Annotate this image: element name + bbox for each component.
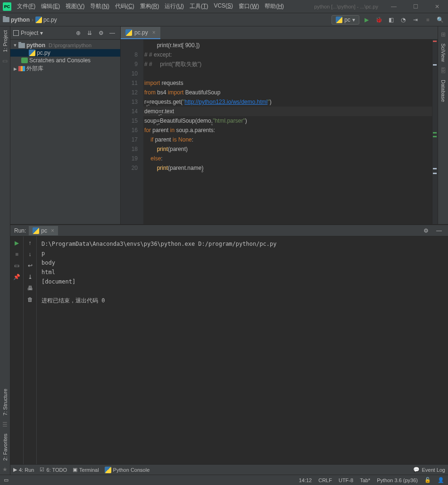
up-icon[interactable]: ↑ bbox=[25, 238, 35, 248]
warning-marker[interactable] bbox=[433, 173, 437, 174]
gutter-line[interactable]: 15 bbox=[121, 116, 138, 125]
settings-icon[interactable]: ⚙ bbox=[421, 226, 431, 236]
menu-item[interactable]: 视图(V) bbox=[63, 0, 87, 12]
stop-run-button[interactable]: ■ bbox=[12, 250, 22, 259]
menu-item[interactable]: 代码(C) bbox=[112, 0, 137, 12]
code-text[interactable]: print(r.text[ 900.])# # except:# # print… bbox=[143, 40, 432, 224]
breadcrumb-file[interactable]: pc.py bbox=[35, 17, 57, 23]
code-line[interactable]: r=requests.get("http://python123.io/ws/d… bbox=[143, 97, 432, 107]
gutter-line[interactable]: 11 bbox=[121, 78, 138, 88]
gutter-line[interactable]: 18 bbox=[121, 144, 138, 154]
menu-item[interactable]: 导航(N) bbox=[87, 0, 112, 12]
event-log-button[interactable]: 💬Event Log bbox=[413, 467, 445, 473]
minimize-button[interactable]: — bbox=[383, 0, 405, 13]
bottom-run-tab[interactable]: ▶4: Run bbox=[13, 467, 34, 473]
gutter-line[interactable]: 10 bbox=[121, 69, 138, 78]
down-icon[interactable]: ↓ bbox=[25, 250, 35, 259]
tab-close-icon[interactable]: × bbox=[51, 227, 54, 234]
bottom-terminal-tab[interactable]: ▣Terminal bbox=[73, 467, 99, 473]
warning-marker[interactable] bbox=[433, 168, 437, 169]
tool-windows-icon[interactable]: ▭ bbox=[4, 477, 8, 483]
lock-icon[interactable]: 🔓 bbox=[424, 477, 431, 483]
settings-icon[interactable]: ⚙ bbox=[96, 28, 106, 38]
rerun-button[interactable]: ▶ bbox=[12, 238, 22, 248]
code-editor[interactable]: 891011121314151617181920 print(r.text[ 9… bbox=[121, 40, 438, 224]
bottom-pyconsole-tab[interactable]: Python Console bbox=[105, 467, 150, 473]
menu-item[interactable]: 文件(F) bbox=[14, 0, 38, 12]
tool-favorites-tab[interactable]: 2: Favorites bbox=[1, 430, 9, 464]
gutter-line[interactable]: 20 bbox=[121, 163, 138, 173]
stop-button[interactable]: ■ bbox=[423, 15, 433, 25]
menu-item[interactable]: 运行(U) bbox=[162, 0, 187, 12]
hide-panel-icon[interactable]: — bbox=[434, 226, 444, 236]
tree-scratches[interactable]: Scratches and Consoles bbox=[10, 57, 120, 64]
tool-sciview-tab[interactable]: SciView bbox=[439, 40, 448, 66]
menu-item[interactable]: 编辑(E) bbox=[38, 0, 63, 12]
line-separator[interactable]: CRLF bbox=[318, 477, 332, 483]
project-panel-selector[interactable]: Project ▾ bbox=[13, 30, 43, 36]
code-line[interactable]: print(r.text[ 900.]) bbox=[143, 41, 432, 50]
debug-button[interactable]: 🐞 bbox=[373, 15, 384, 25]
collapse-all-icon[interactable]: ⇊ bbox=[84, 28, 95, 38]
pin-icon[interactable]: 📌 bbox=[12, 272, 22, 282]
code-line[interactable] bbox=[143, 69, 432, 78]
database-icon[interactable]: 🗄 bbox=[440, 67, 447, 74]
run-button[interactable]: ▶ bbox=[361, 15, 372, 25]
tab-close-icon[interactable]: × bbox=[152, 29, 156, 36]
caret-position[interactable]: 14:12 bbox=[299, 477, 312, 483]
menu-item[interactable]: 工具(T) bbox=[187, 0, 211, 12]
file-encoding[interactable]: UTF-8 bbox=[339, 477, 353, 483]
gutter-line[interactable]: 19 bbox=[121, 154, 138, 163]
gutter-line[interactable]: 12 bbox=[121, 88, 138, 97]
layout-icon[interactable]: ▭ bbox=[12, 261, 22, 270]
tree-file[interactable]: pc.py bbox=[10, 49, 120, 57]
code-line[interactable]: # # print("爬取失败") bbox=[143, 59, 432, 69]
run-configuration-dropdown[interactable]: pc ▾ bbox=[332, 15, 359, 25]
code-line[interactable]: from bs4 import BeautifulSoup bbox=[143, 88, 432, 97]
code-line[interactable]: print(parent) bbox=[143, 144, 432, 154]
search-everywhere-button[interactable]: 🔍 bbox=[435, 15, 445, 25]
gutter-line[interactable]: 16 bbox=[121, 125, 138, 135]
gutter-line[interactable] bbox=[121, 41, 138, 50]
tool-project-tab[interactable]: 1: Project bbox=[1, 26, 9, 56]
interpreter[interactable]: Python 3.6 (py36) bbox=[377, 477, 418, 483]
code-line[interactable]: soup=BeautifulSoup(demo,"html.parser") bbox=[143, 116, 432, 125]
gutter-line[interactable]: 9 bbox=[121, 59, 138, 69]
gutter-line[interactable]: 8 bbox=[121, 50, 138, 59]
code-line[interactable]: # # except: bbox=[143, 50, 432, 59]
tool-database-tab[interactable]: Database bbox=[439, 76, 448, 106]
menu-item[interactable]: VCS(S) bbox=[211, 0, 236, 12]
tree-external[interactable]: ▶ 外部库 bbox=[10, 64, 120, 73]
breadcrumb-root[interactable]: python bbox=[3, 17, 30, 23]
tree-root[interactable]: ▼ python D:\program\python bbox=[10, 42, 120, 49]
console-output[interactable]: D:\ProgramData\Anaconda3\envs\py36\pytho… bbox=[37, 236, 448, 464]
code-line[interactable]: print(parent.name) bbox=[143, 163, 432, 173]
editor-tab[interactable]: pc.py × bbox=[121, 27, 160, 39]
menu-item[interactable]: 重构(R) bbox=[137, 0, 162, 12]
attach-button[interactable]: ⇥ bbox=[410, 15, 421, 25]
code-line[interactable]: else: bbox=[143, 154, 432, 163]
ok-marker[interactable] bbox=[433, 136, 437, 137]
scroll-to-end-icon[interactable]: ⤓ bbox=[25, 272, 35, 282]
grid-icon[interactable]: ⊞ bbox=[440, 31, 447, 38]
gutter-line[interactable]: 17 bbox=[121, 135, 138, 144]
ok-marker[interactable] bbox=[433, 132, 437, 134]
close-button[interactable]: ✕ bbox=[426, 0, 448, 13]
error-marker[interactable] bbox=[433, 41, 437, 42]
code-line[interactable]: import requests bbox=[143, 78, 432, 88]
code-line[interactable]: demo=r.text bbox=[143, 107, 432, 116]
bottom-todo-tab[interactable]: ☑6: TODO bbox=[40, 467, 67, 473]
profile-button[interactable]: ◔ bbox=[398, 15, 408, 25]
notifications-icon[interactable]: 👤 bbox=[438, 477, 444, 483]
expand-arrow-icon[interactable]: ▼ bbox=[13, 43, 17, 47]
locate-icon[interactable]: ⊕ bbox=[73, 28, 83, 38]
menu-item[interactable]: 帮助(H) bbox=[262, 0, 287, 12]
menu-item[interactable]: 窗口(W) bbox=[236, 0, 262, 12]
tool-structure-tab[interactable]: 7: Structure bbox=[1, 385, 9, 419]
indent-setting[interactable]: Tab* bbox=[360, 477, 370, 483]
code-line[interactable]: if parent is None: bbox=[143, 135, 432, 144]
clear-icon[interactable]: 🗑 bbox=[25, 295, 35, 304]
print-icon[interactable]: 🖶 bbox=[25, 284, 35, 293]
gutter-line[interactable]: 14 bbox=[121, 107, 138, 116]
run-with-coverage-button[interactable]: ◧ bbox=[386, 15, 396, 25]
